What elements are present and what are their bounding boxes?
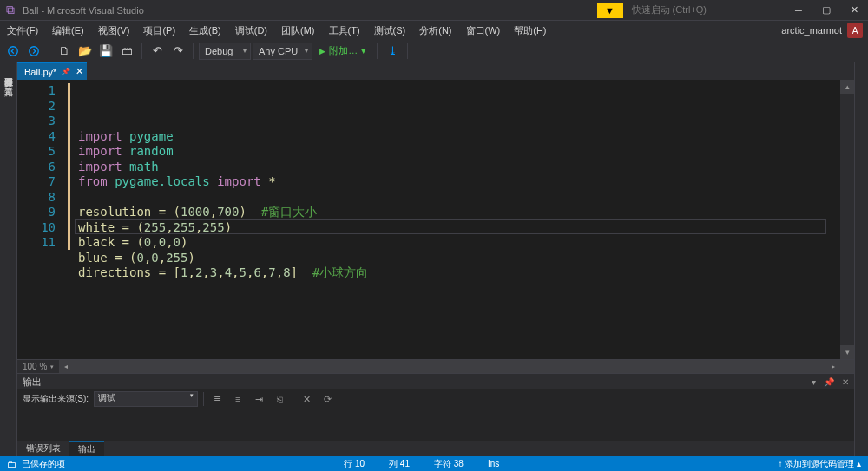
pin-icon[interactable]: 📌 [62, 68, 70, 76]
menu-item[interactable]: 调试(D) [228, 21, 274, 40]
output-find-icon[interactable]: ⎗ [272, 391, 287, 407]
menu-item[interactable]: 文件(F) [0, 21, 45, 40]
output-text-area[interactable] [17, 409, 854, 441]
line-number: 8 [17, 190, 56, 206]
undo-button[interactable]: ↶ [148, 42, 167, 61]
menu-item[interactable]: 视图(V) [91, 21, 137, 40]
line-number: 1 [17, 83, 56, 99]
output-clear-icon[interactable]: ≣ [209, 391, 225, 407]
new-project-button[interactable]: 🗋 [55, 42, 74, 61]
svg-point-0 [9, 46, 18, 56]
menu-item[interactable]: 分析(N) [412, 21, 458, 40]
title-bar: ⧉ Ball - Microsoft Visual Studio ▼ 快速启动 … [0, 0, 868, 21]
status-source-control[interactable]: ↑ 添加到源代码管理 ▴ [778, 458, 861, 470]
code-line[interactable] [78, 190, 840, 206]
panel-pin-icon[interactable]: 📌 [824, 377, 834, 387]
output-toggle-icon[interactable]: ≡ [230, 391, 246, 407]
code-line[interactable]: black = (0,0,0) [78, 235, 840, 251]
vertical-scrollbar[interactable]: ▴ ▾ [840, 80, 854, 359]
redo-button[interactable]: ↷ [168, 42, 187, 61]
code-line[interactable]: from pygame.locals import * [78, 174, 840, 190]
solution-platform-dropdown[interactable]: Any CPU [253, 43, 312, 60]
menu-item[interactable]: 测试(S) [367, 21, 413, 40]
output-source-dropdown[interactable]: 调试 [94, 391, 198, 407]
document-tab[interactable]: Ball.py* 📌 ✕ [17, 62, 87, 80]
solution-config-dropdown[interactable]: Debug [199, 43, 251, 60]
line-number: 4 [17, 129, 56, 145]
account-name[interactable]: arctic_marmot [781, 25, 847, 36]
open-file-button[interactable]: 📂 [76, 42, 95, 61]
code-line[interactable]: import math [78, 160, 840, 175]
code-line[interactable]: blue = (0,0,255) [78, 251, 840, 266]
nav-forward-button[interactable] [24, 42, 43, 61]
scroll-corner [840, 360, 854, 374]
menu-item[interactable]: 生成(B) [182, 21, 228, 40]
code-line[interactable]: resolution = (1000,700) #窗口大小 [78, 205, 840, 220]
panel-close-icon[interactable]: ✕ [842, 377, 849, 387]
status-saved: 已保存的项 [22, 458, 65, 470]
scroll-down-icon[interactable]: ▾ [840, 345, 854, 359]
status-icon: 🗀 [7, 459, 16, 469]
menu-item[interactable]: 团队(M) [274, 21, 322, 40]
line-number-gutter: 1234567891011 [17, 80, 66, 359]
output-panel-title: 输出 [23, 376, 42, 389]
vs-logo-icon: ⧉ [0, 3, 21, 17]
close-tab-icon[interactable]: ✕ [76, 66, 83, 77]
svg-point-1 [30, 46, 39, 56]
line-number: 3 [17, 114, 56, 129]
save-all-button[interactable]: 🗃 [117, 42, 136, 61]
nav-back-button[interactable] [3, 42, 23, 61]
horizontal-scrollbar[interactable] [73, 360, 826, 374]
tool-tab-vertical[interactable]: 工具箱 [1, 76, 16, 87]
step-button[interactable]: ⤓ [383, 42, 402, 61]
panel-dropdown-icon[interactable]: ▾ [812, 377, 816, 387]
code-line[interactable]: white = (255,255,255) [78, 220, 840, 236]
menu-bar: 文件(F)编辑(E)视图(V)项目(P)生成(B)调试(D)团队(M)工具(T)… [0, 21, 868, 40]
scroll-right-icon[interactable]: ▸ [826, 360, 840, 374]
maximize-button[interactable]: ▢ [812, 0, 840, 21]
line-number: 11 [17, 235, 56, 251]
code-area[interactable]: import pygameimport randomimport mathfro… [75, 80, 840, 359]
status-bar: 🗀 已保存的项 行 10 列 41 字符 38 Ins ↑ 添加到源代码管理 ▴ [0, 456, 868, 471]
menu-item[interactable]: 帮助(H) [507, 21, 553, 40]
change-marker-strip [66, 80, 75, 359]
menu-item[interactable]: 编辑(E) [45, 21, 91, 40]
left-tool-well: 服务器资源管理器工具箱 [0, 62, 17, 456]
code-line[interactable]: directions = [1,2,3,4,5,6,7,8] #小球方向 [78, 265, 840, 281]
tool-tab-vertical[interactable]: 服务器资源管理器 [1, 66, 16, 76]
scroll-up-icon[interactable]: ▴ [840, 80, 854, 94]
line-number: 6 [17, 160, 56, 175]
output-clear2-icon[interactable]: ✕ [299, 391, 314, 407]
start-debug-button[interactable]: 附加… ▾ [314, 44, 372, 57]
window-title: Ball - Microsoft Visual Studio [21, 5, 144, 16]
status-line: 行 10 [332, 458, 377, 470]
right-tool-well [854, 62, 868, 456]
output-wrap-icon[interactable]: ⇥ [251, 391, 266, 407]
menu-item[interactable]: 工具(T) [322, 21, 367, 40]
close-button[interactable]: ✕ [840, 0, 868, 21]
status-ins: Ins [476, 459, 511, 468]
bottom-tab-strip: 错误列表输出 [17, 441, 854, 456]
status-char: 字符 38 [422, 458, 476, 470]
line-number: 7 [17, 174, 56, 190]
minimize-button[interactable]: ─ [785, 0, 812, 21]
account-avatar[interactable]: A [847, 23, 863, 38]
quick-launch-input[interactable]: 快速启动 (Ctrl+Q) [627, 3, 785, 16]
document-tab-well: Ball.py* 📌 ✕ [17, 62, 854, 80]
menu-item[interactable]: 项目(P) [136, 21, 182, 40]
line-number: 10 [17, 220, 56, 236]
status-col: 列 41 [377, 458, 422, 470]
output-settings-icon[interactable]: ⟳ [319, 391, 335, 407]
menu-item[interactable]: 窗口(W) [459, 21, 508, 40]
scroll-left-icon[interactable]: ◂ [59, 360, 73, 374]
zoom-dropdown[interactable]: 100 % [17, 362, 59, 371]
save-button[interactable]: 💾 [96, 42, 115, 61]
code-line[interactable]: import pygame [78, 129, 840, 145]
notification-flag-icon[interactable]: ▼ [597, 3, 623, 18]
code-line[interactable] [78, 281, 840, 297]
bottom-tab[interactable]: 错误列表 [17, 441, 69, 456]
bottom-tab[interactable]: 输出 [69, 441, 104, 456]
output-source-label: 显示输出来源(S): [23, 393, 89, 405]
code-line[interactable]: import random [78, 144, 840, 160]
code-editor[interactable]: 1234567891011 import pygameimport random… [17, 80, 854, 359]
